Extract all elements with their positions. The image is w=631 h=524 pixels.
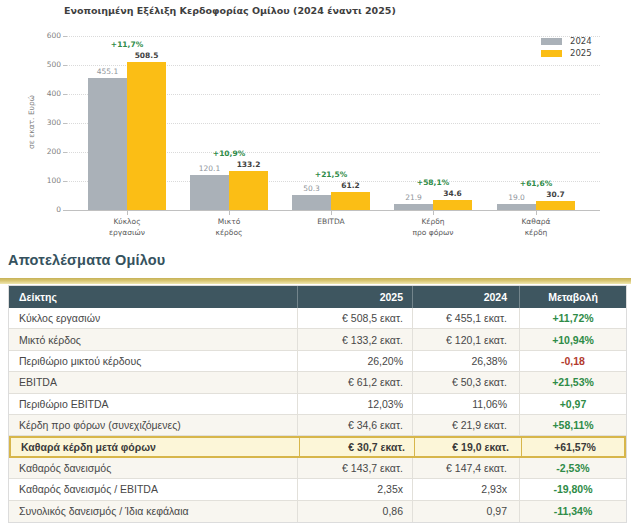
column-header-3: Μεταβολή [520,286,626,308]
change-percent-label-4: +61,6% [501,179,571,188]
indicator-cell: EBITDA [9,372,298,392]
value-2025-cell: 12,03% [298,394,413,414]
change-cell: +0,97 [520,394,626,414]
table-row: Περιθώριο EBITDA12,03%11,06%+0,97 [9,394,626,415]
value-2025-cell: € 61,2 εκατ. [298,372,413,392]
value-2025-cell: 2,35x [298,479,413,499]
indicator-cell: Κύκλος εργασιών [9,308,298,328]
bar-value-2025-2: 61.2 [321,181,381,190]
bar-2024-4 [497,204,536,210]
legend-item-2024: 2024 [541,35,592,47]
value-2024-cell: € 21,9 εκατ. [413,415,520,435]
y-tick-label: 200 [28,147,61,156]
value-2024-cell: € 19,0 εκατ. [415,438,522,455]
indicator-cell: Καθαρός δανεισμός / EBITDA [9,479,298,499]
change-cell: -2,53% [520,458,626,478]
table-row: Κύκλος εργασιών€ 508,5 εκατ.€ 455,1 εκατ… [9,308,626,329]
table-row: Μικτό κέρδος€ 133,2 εκατ.€ 120,1 εκατ.+1… [9,329,626,350]
y-tick-label: 0 [28,205,61,214]
y-tick-mark [63,210,67,211]
indicator-cell: Περιθώριο EBITDA [9,394,298,414]
bar-2024-2 [292,195,331,210]
value-2024-cell: € 50,3 εκατ. [413,372,520,392]
report-page: Ενοποιημένη Εξέλιξη Κερδοφορίας Ομίλου (… [0,0,631,524]
results-table: Δείκτης20252024Μεταβολή Κύκλος εργασιών€… [8,285,627,523]
value-2025-cell: € 34,6 εκατ. [298,415,413,435]
column-header-1: 2025 [298,286,413,308]
indicator-cell: Περιθώριο μικτού κέρδους [9,351,298,371]
heading-underline [0,278,631,284]
x-tick-mark [127,211,128,215]
legend-label-2025: 2025 [570,48,592,58]
y-tick-mark [63,181,67,182]
change-cell: -19,80% [520,479,626,499]
bar-2024-1 [190,175,229,210]
bar-2024-0 [88,78,127,210]
y-tick-mark [63,36,67,37]
value-2025-cell: € 133,2 εκατ. [298,329,413,349]
y-tick-label: 600 [28,31,61,40]
bar-2024-3 [394,204,433,210]
change-cell: +21,53% [520,372,626,392]
change-cell: +58,11% [520,415,626,435]
indicator-cell: Μικτό κέρδος [9,329,298,349]
value-2024-cell: € 147,4 εκατ. [413,458,520,478]
change-percent-label-0: +11,7% [92,40,162,49]
table-row: Καθαρός δανεισμός / EBITDA2,35x2,93x-19,… [9,479,626,500]
y-tick-label: 500 [28,60,61,69]
bar-2025-1 [229,171,268,210]
y-tick-label: 300 [28,118,61,127]
x-tick-mark [229,211,230,215]
indicator-cell: Συνολικός δανεισμός / Ίδια κεφάλαια [9,501,298,522]
table-row: Κέρδη προ φόρων (συνεχιζόμενες)€ 34,6 εκ… [9,415,626,436]
table-row: EBITDA€ 61,2 εκατ.€ 50,3 εκατ.+21,53% [9,372,626,393]
bar-value-2025-4: 30.7 [526,190,586,199]
section-heading: Αποτελέσματα Ομίλου [8,252,165,268]
bar-value-2025-3: 34.6 [423,189,483,198]
column-header-2: 2024 [413,286,520,308]
bar-2025-0 [127,62,166,210]
y-tick-mark [63,65,67,66]
indicator-cell: Κέρδη προ φόρων (συνεχιζόμενες) [9,415,298,435]
chart-title: Ενοποιημένη Εξέλιξη Κερδοφορίας Ομίλου (… [64,5,396,16]
change-cell: -0,18 [520,351,626,371]
value-2025-cell: € 143,7 εκατ. [298,458,413,478]
legend-swatch-2024 [541,38,562,45]
table-row: Καθαρός δανεισμός€ 143,7 εκατ.€ 147,4 εκ… [9,458,626,479]
change-cell: -11,34% [520,501,626,522]
gridline [67,36,600,37]
x-tick-mark [536,211,537,215]
change-cell: +11,72% [520,308,626,328]
column-header-0: Δείκτης [9,286,298,308]
y-tick-mark [63,94,67,95]
value-2024-cell: 26,38% [413,351,520,371]
change-percent-label-3: +58,1% [398,178,468,187]
y-tick-mark [63,123,67,124]
indicator-cell: Καθαρά κέρδη μετά φόρων [11,438,300,455]
x-category-label-1: Μικτό κέρδος [177,217,281,238]
x-category-label-3: Κέρδη προ φόρων [381,217,485,238]
legend-label-2024: 2024 [570,36,592,46]
bar-value-2025-0: 508.5 [117,51,177,60]
table-header-row: Δείκτης20252024Μεταβολή [9,286,626,308]
legend-item-2025: 2025 [541,47,592,59]
table-row: Περιθώριο μικτού κέρδους26,20%26,38%-0,1… [9,351,626,372]
value-2025-cell: 0,86 [298,501,413,522]
value-2024-cell: 0,97 [413,501,520,522]
value-2025-cell: € 508,5 εκατ. [298,308,413,328]
bar-value-2025-1: 133.2 [219,160,279,169]
bar-2025-2 [331,192,370,210]
y-tick-mark [63,152,67,153]
value-2024-cell: 11,06% [413,394,520,414]
y-tick-label: 100 [28,176,61,185]
value-2025-cell: 26,20% [298,351,413,371]
value-2024-cell: € 455,1 εκατ. [413,308,520,328]
value-2024-cell: € 120,1 εκατ. [413,329,520,349]
x-category-label-0: Κύκλος εργασιών [75,217,179,238]
indicator-cell: Καθαρός δανεισμός [9,458,298,478]
table-row: Συνολικός δανεισμός / Ίδια κεφάλαια0,860… [9,501,626,522]
x-category-label-2: EBITDA [279,217,383,228]
x-category-label-4: Καθαρά κέρδη [484,217,588,238]
legend: 20242025 [541,35,592,59]
bar-chart: Ενοποιημένη Εξέλιξη Κερδοφορίας Ομίλου (… [0,0,631,252]
